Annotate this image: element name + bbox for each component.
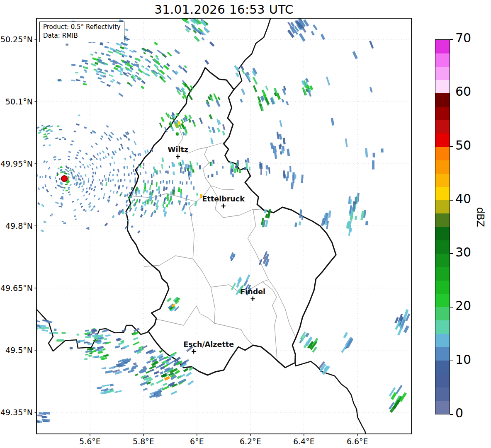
echo-cell [92,175,94,177]
echo-cell [247,158,250,163]
echo-cell [140,214,143,218]
y-tick-label: 50.25°N [0,35,33,44]
echo-cell [68,194,71,196]
colorbar-segment [435,361,450,374]
echo-cell [212,160,215,164]
echo-cell [134,199,135,201]
echo-cell [127,72,131,75]
echo-cell [99,158,102,161]
echo-cell [63,222,66,224]
echo-cell [147,65,150,68]
echo-cell [102,183,103,186]
echo-cell [88,355,92,357]
echo-cell [36,126,40,129]
echo-cell [131,151,134,155]
echo-cell [126,204,128,207]
echo-cell [58,159,61,161]
echo-cell [156,379,164,384]
echo-cell [114,150,117,153]
echo-cell [63,187,65,188]
echo-cell [184,212,186,214]
echo-cell [105,155,107,158]
echo-cell [137,230,140,234]
echo-cell [97,68,102,71]
echo-cell [112,215,115,218]
echo-cell [143,388,148,391]
echo-cell [106,54,110,57]
colorbar-segment [435,374,450,387]
echo-cell [95,172,96,175]
echo-cell [115,203,118,206]
echo-cell [180,181,181,184]
colorbar-tick-label: 10 [455,352,471,367]
echo-cell [80,179,81,181]
echo-cell [188,202,190,205]
echo-cell [97,387,102,390]
echo-cell [133,169,135,172]
x-tick-label: 6°E [190,437,204,446]
echo-cell [163,383,167,386]
echo-cell [57,184,59,187]
echo-cell [67,170,69,172]
echo-cell [81,185,83,188]
echo-cell [369,87,373,93]
colorbar-segment [435,267,450,281]
echo-cell [65,183,68,185]
echo-cell [78,178,80,180]
echo-cell [83,66,88,69]
echo-cell [144,210,147,213]
echo-cell [134,153,136,157]
echo-cell [108,178,109,182]
echo-cell [120,143,123,146]
echo-cell [75,72,78,73]
echo-cell [44,133,46,136]
echo-cell [246,163,248,169]
echo-cell [202,37,205,41]
echo-cell [241,88,246,95]
echo-cell [104,69,108,72]
echo-cell [50,215,52,216]
echo-cell [82,164,85,166]
district-border-line [248,209,268,280]
echo-cell [80,175,82,177]
echo-cell [105,334,111,337]
echo-cell [245,160,247,162]
echo-cell [105,178,107,181]
echo-cell [102,150,105,154]
echo-cell [92,168,93,170]
map-contents: WiltzEttelbruckFindelEsch/Alzette [28,15,411,436]
colorbar-tick-label: 40 [455,191,471,206]
echo-cell [85,354,88,356]
echo-cell [129,155,132,158]
echo-cell [157,50,163,55]
echo-cell [102,367,106,369]
echo-cell [85,62,88,65]
echo-cell [49,144,51,146]
echo-cell [72,201,74,203]
echo-cell [167,171,169,174]
echo-cell [70,168,72,170]
echo-cell [100,182,102,184]
echo-cell [190,181,192,184]
echo-cell [37,202,40,205]
echo-cell [94,194,96,197]
echo-cell [66,44,68,46]
echo-cell [146,149,148,153]
echo-cell [92,130,96,134]
echo-cell [142,201,144,204]
echo-cell [88,180,89,183]
echo-cell [56,180,58,182]
echo-cell [365,148,368,157]
echo-cell [85,191,88,194]
echo-cell [85,198,88,201]
echo-cell [154,171,156,174]
echo-cell [75,79,80,82]
echo-cell [301,174,304,183]
echo-cell [143,180,144,183]
echo-cell [71,140,74,142]
echo-cell [68,155,70,157]
echo-cell [301,216,304,220]
echo-cell [145,171,146,174]
echo-cell [188,119,192,123]
colorbar-segment [435,200,450,214]
